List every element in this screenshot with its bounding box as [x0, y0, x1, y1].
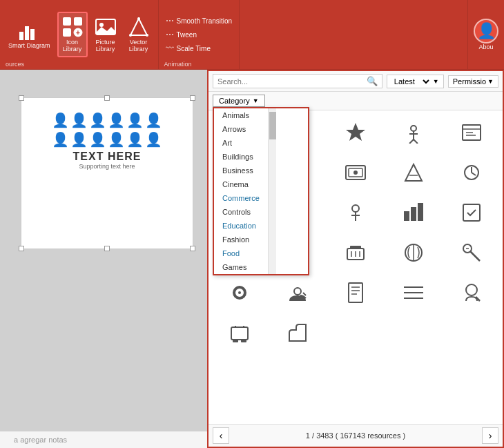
- icon-library-button[interactable]: + IconLibrary: [57, 12, 88, 57]
- svg-line-24: [409, 139, 414, 144]
- category-label: Category: [219, 97, 250, 105]
- svg-rect-85: [231, 327, 248, 340]
- icon-cell-9[interactable]: [443, 153, 500, 192]
- handle-tm[interactable]: [104, 95, 110, 101]
- dropdown-scrollbar[interactable]: [268, 108, 276, 274]
- picture-library-label: PictureLibrary: [96, 39, 115, 53]
- icon-cell-20[interactable]: [211, 273, 268, 312]
- svg-point-9: [99, 23, 104, 27]
- category-item-games[interactable]: Games: [214, 260, 268, 274]
- person-8: 👤: [70, 131, 88, 148]
- svg-line-75: [303, 293, 306, 295]
- slide-canvas: 👤 👤 👤 👤 👤 👤 👤 👤 👤 👤 👤 👤 TEXT HERE: [21, 97, 193, 249]
- svg-rect-4: [74, 17, 82, 26]
- svg-text:+: +: [76, 29, 80, 37]
- permission-dropdown[interactable]: Permissio ▼: [448, 75, 498, 88]
- slide-area: 👤 👤 👤 👤 👤 👤 👤 👤 👤 👤 👤 👤 TEXT HERE: [0, 70, 207, 448]
- notes-area[interactable]: a agregar notas: [0, 431, 207, 448]
- category-item-buildings[interactable]: Buildings: [214, 150, 268, 164]
- svg-rect-76: [349, 283, 362, 302]
- person-4: 👤: [108, 112, 125, 128]
- icon-cell-22[interactable]: [327, 273, 384, 312]
- search-input[interactable]: [217, 77, 364, 86]
- icon-library-panel: 🔍 Latest Popular Newest ▼ Permissio ▼ Ca…: [207, 70, 504, 448]
- svg-point-39: [353, 171, 358, 175]
- category-row: Category ▼ Animals Arrows Art Buildings …: [209, 92, 503, 110]
- person-7: 👤: [52, 131, 69, 148]
- category-chevron-icon: ▼: [253, 97, 259, 104]
- sort-dropdown[interactable]: Latest Popular Newest ▼: [387, 75, 444, 88]
- svg-rect-56: [463, 204, 480, 221]
- svg-rect-89: [241, 340, 246, 342]
- category-item-commerce[interactable]: Commerce: [214, 191, 268, 205]
- category-dropdown-menu: Animals Arrows Art Buildings Business Ci…: [213, 107, 309, 275]
- next-page-button[interactable]: ›: [482, 427, 498, 444]
- category-item-fashion[interactable]: Fashion: [214, 233, 268, 246]
- slide-sub-text: Supporting text here: [79, 163, 135, 170]
- icon-cell-23[interactable]: [385, 273, 442, 312]
- handle-br[interactable]: [190, 246, 195, 251]
- handle-tr[interactable]: [190, 95, 195, 101]
- handle-bl[interactable]: [19, 246, 24, 251]
- svg-rect-53: [404, 211, 409, 221]
- icon-cell-21[interactable]: [269, 273, 326, 312]
- category-item-business[interactable]: Business: [214, 164, 268, 177]
- people-row-1: 👤 👤 👤 👤 👤 👤: [52, 112, 162, 128]
- icon-cell-19[interactable]: [443, 233, 500, 272]
- handle-tl[interactable]: [19, 95, 24, 101]
- icon-cell-2[interactable]: [327, 113, 384, 152]
- icon-cell-24[interactable]: [443, 273, 500, 312]
- slide-content: 👤 👤 👤 👤 👤 👤 👤 👤 👤 👤 👤 👤 TEXT HERE: [21, 105, 193, 177]
- prev-icon: ‹: [220, 430, 223, 441]
- handle-bm[interactable]: [104, 246, 110, 251]
- icon-cell-25[interactable]: [211, 313, 268, 352]
- category-button[interactable]: Category ▼: [213, 95, 265, 107]
- vector-library-label: VectorLibrary: [129, 39, 148, 53]
- sort-select-input[interactable]: Latest Popular Newest: [391, 77, 432, 86]
- main-area: 👤 👤 👤 👤 👤 👤 👤 👤 👤 👤 👤 👤 TEXT HERE: [0, 70, 504, 448]
- icon-cell-26[interactable]: [269, 313, 326, 352]
- svg-line-43: [472, 173, 476, 175]
- smart-diagram-button[interactable]: Smart Diagram: [4, 17, 55, 52]
- tween-button[interactable]: ⋯ Tween: [163, 28, 235, 41]
- svg-rect-2: [30, 29, 35, 40]
- svg-line-25: [414, 139, 418, 144]
- category-item-education[interactable]: Education: [214, 219, 268, 233]
- category-item-food[interactable]: Food: [214, 246, 268, 260]
- picture-library-button[interactable]: PictureLibrary: [90, 13, 121, 56]
- icon-cell-13[interactable]: [385, 193, 442, 232]
- category-item-arrows[interactable]: Arrows: [214, 122, 268, 136]
- person-10: 👤: [108, 131, 125, 148]
- svg-rect-88: [233, 340, 238, 342]
- about-button[interactable]: 👤 Abou: [467, 0, 504, 69]
- icon-cell-4[interactable]: [443, 113, 500, 152]
- icon-cell-12[interactable]: [327, 193, 384, 232]
- category-item-cinema[interactable]: Cinema: [214, 177, 268, 191]
- svg-point-21: [411, 126, 416, 131]
- category-item-animals[interactable]: Animals: [214, 108, 268, 122]
- person-6: 👤: [145, 112, 162, 128]
- category-item-art[interactable]: Art: [214, 136, 268, 150]
- search-icon: 🔍: [367, 76, 378, 86]
- tween-label: Tween: [177, 31, 197, 39]
- icon-cell-3[interactable]: [385, 113, 442, 152]
- vector-library-button[interactable]: VectorLibrary: [124, 13, 154, 56]
- svg-point-10: [137, 17, 140, 20]
- icon-cell-7[interactable]: [327, 153, 384, 192]
- category-item-controls[interactable]: Controls: [214, 205, 268, 219]
- icon-cell-14[interactable]: [443, 193, 500, 232]
- ribbon: Smart Diagram + IconLibrary PictureLibra…: [0, 0, 504, 70]
- prev-page-button[interactable]: ‹: [213, 427, 229, 444]
- svg-rect-54: [411, 207, 416, 221]
- svg-rect-65: [350, 246, 361, 249]
- search-box[interactable]: 🔍: [213, 74, 382, 88]
- scale-time-button[interactable]: 〰 Scale Time: [163, 42, 235, 55]
- dropdown-scrollbar-thumb: [269, 112, 276, 139]
- icon-cell-17[interactable]: [327, 233, 384, 272]
- icon-cell-18[interactable]: [385, 233, 442, 272]
- svg-point-50: [352, 205, 359, 212]
- smooth-transition-button[interactable]: ⋯ Smooth Transition: [163, 14, 235, 27]
- panel-header: 🔍 Latest Popular Newest ▼ Permissio ▼: [209, 71, 503, 92]
- person-3: 👤: [89, 112, 106, 128]
- icon-cell-8[interactable]: [385, 153, 442, 192]
